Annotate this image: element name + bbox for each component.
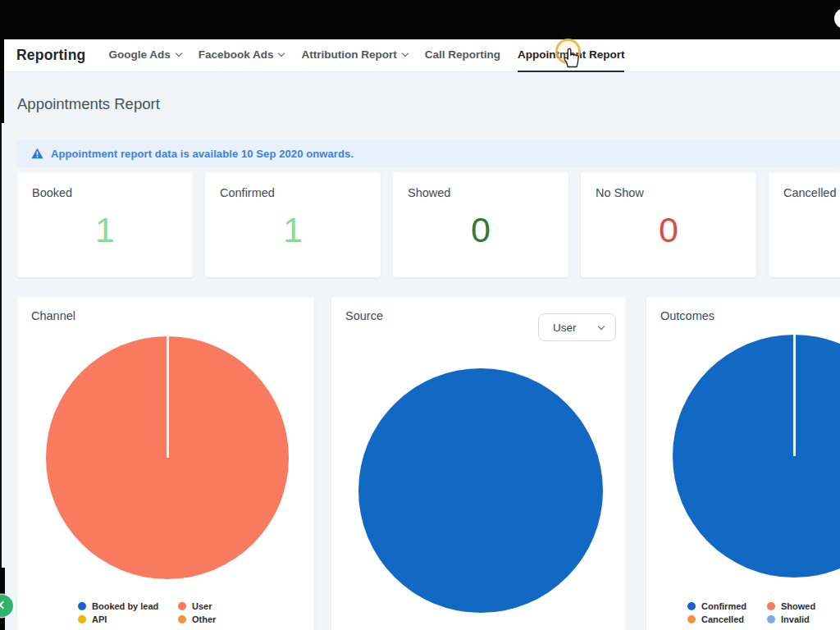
stat-card-showed: Showed 0	[393, 172, 568, 277]
screen-share-button[interactable]	[0, 595, 13, 617]
stat-card-confirmed: Confirmed 1	[205, 172, 381, 277]
legend-dot-icon	[687, 615, 696, 623]
stat-label: Cancelled	[783, 186, 840, 199]
legend-dot-icon	[178, 602, 186, 610]
chart-title: Channel	[31, 309, 75, 322]
nav-brand: Reporting	[16, 47, 85, 64]
tab-label: Facebook Ads	[199, 48, 274, 61]
stat-value: 1	[220, 210, 366, 250]
legend-dot-icon	[767, 602, 775, 610]
tab-call-reporting[interactable]: Call Reporting	[425, 39, 500, 72]
channel-legend: Booked by lead User API Other	[78, 600, 216, 625]
stat-label: No Show	[596, 186, 742, 199]
legend-dot-icon	[178, 615, 186, 623]
pie-slice-divider	[793, 335, 796, 456]
chart-card-outcomes: Outcomes Confirmed Showed Cancelled Inva…	[646, 297, 840, 630]
chevron-down-icon	[401, 50, 408, 57]
tab-label: Call Reporting	[425, 48, 500, 61]
pie-slice-divider	[167, 336, 169, 458]
banner-text: Appointment report data is available 10 …	[51, 148, 354, 160]
warning-triangle-icon	[31, 148, 43, 159]
outcomes-legend: Confirmed Showed Cancelled Invalid	[687, 600, 815, 625]
chart-title: Source	[345, 309, 383, 322]
chart-card-channel: Channel Booked by lead User API Other	[17, 297, 314, 630]
legend-dot-icon	[767, 615, 775, 623]
chevron-left-icon	[0, 601, 7, 609]
stat-value: 0	[596, 210, 742, 250]
stat-value: 1	[32, 210, 178, 250]
chevron-down-icon	[278, 50, 285, 57]
legend-dot-icon	[78, 615, 86, 623]
chart-title: Outcomes	[660, 309, 714, 322]
dropdown-value: User	[553, 322, 577, 334]
legend-dot-icon	[78, 602, 86, 610]
stat-value: 0	[408, 210, 554, 250]
app-window: Reporting Google Ads Facebook Ads Attrib…	[0, 0, 840, 630]
reporting-nav: Reporting Google Ads Facebook Ads Attrib…	[0, 39, 840, 72]
tab-attribution-report[interactable]: Attribution Report	[301, 39, 407, 72]
stat-label: Confirmed	[220, 186, 366, 199]
chevron-down-icon	[598, 323, 605, 330]
outcomes-pie-chart[interactable]	[673, 335, 840, 578]
tab-label: Google Ads	[108, 48, 170, 61]
legend-item[interactable]: Booked by lead	[78, 600, 178, 612]
page-title: Appointments Report	[17, 95, 160, 113]
avatar[interactable]	[834, 8, 840, 29]
tab-google-ads[interactable]: Google Ads	[108, 39, 180, 72]
info-banner: Appointment report data is available 10 …	[16, 139, 840, 167]
stat-label: Booked	[32, 186, 178, 199]
stat-card-cancelled: Cancelled	[769, 172, 840, 277]
source-filter-dropdown[interactable]: User	[538, 313, 616, 341]
legend-item[interactable]: Confirmed	[687, 600, 767, 612]
legend-item[interactable]: Cancelled	[687, 613, 767, 625]
source-pie-chart[interactable]	[358, 368, 603, 613]
browser-top-bar	[0, 0, 840, 39]
screen-edge-artifact	[0, 0, 4, 123]
legend-dot-icon	[687, 602, 696, 610]
tab-facebook-ads[interactable]: Facebook Ads	[199, 39, 285, 72]
stat-card-booked: Booked 1	[17, 172, 193, 277]
legend-item[interactable]: Other	[178, 613, 216, 625]
stat-card-no-show: No Show 0	[581, 172, 756, 277]
stats-row: Booked 1 Confirmed 1 Showed 0 No Show 0 …	[17, 172, 840, 277]
chart-card-source: Source User	[331, 297, 626, 630]
legend-item[interactable]: User	[178, 600, 216, 612]
chevron-down-icon	[175, 50, 181, 57]
legend-item[interactable]: API	[78, 613, 178, 625]
legend-item[interactable]: Invalid	[767, 613, 815, 625]
stat-label: Showed	[408, 186, 554, 199]
legend-item[interactable]: Showed	[767, 600, 815, 612]
tab-label: Attribution Report	[301, 48, 396, 61]
hand-cursor-icon	[561, 47, 581, 68]
